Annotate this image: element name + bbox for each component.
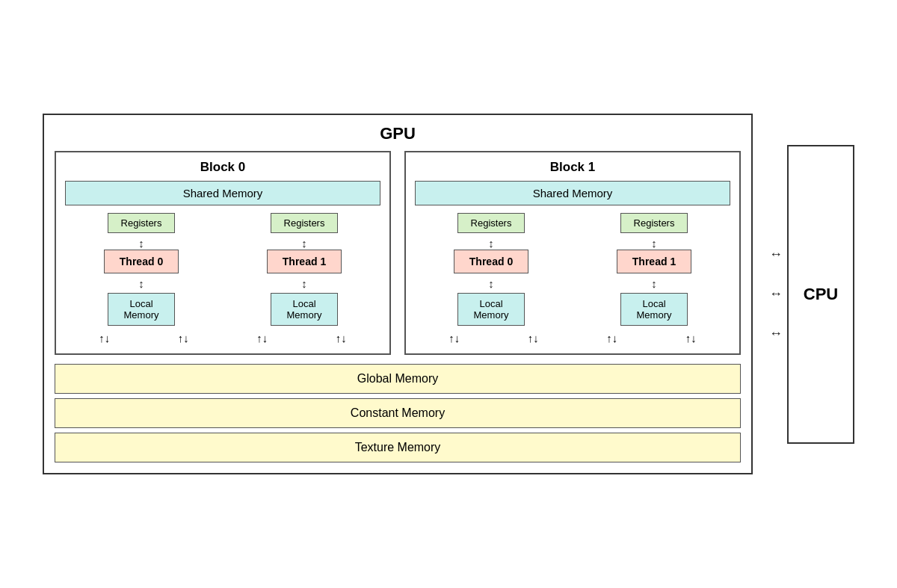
gpu-box: GPU Block 0 Shared Memory Registers ↕ Th… <box>43 114 753 474</box>
block-1-t1-reg-arrow: ↕ <box>651 236 657 250</box>
block-1-t0-registers: Registers <box>457 213 525 233</box>
block-1-threads-row: Registers ↕ Thread 0 ↕ LocalMemory Regis… <box>415 213 730 326</box>
global-mem-horiz-arrow: ↔ <box>769 247 783 262</box>
block-1-t0-local-memory: LocalMemory <box>457 293 525 326</box>
block-0-t1-registers: Registers <box>271 213 338 233</box>
block-0-t0-local-memory: LocalMemory <box>108 293 175 326</box>
block-1-down-arrows: ↑↓ ↑↓ ↑↓ ↑↓ <box>415 332 730 344</box>
block-1-t0-thread: Thread 0 <box>454 250 528 273</box>
block-1-t1-thread: Thread 1 <box>617 250 691 273</box>
block-1-t0-thread-arrow: ↕ <box>488 276 494 290</box>
constant-mem-horiz-arrow: ↔ <box>769 286 783 302</box>
block-1-thread-1-col: Registers ↕ Thread 1 ↕ LocalMemory <box>578 213 730 326</box>
gpu-label: GPU <box>55 124 741 143</box>
block-0-t0-thread: Thread 0 <box>104 250 179 273</box>
block-0-t0-down-arrow: ↑↓ <box>99 332 110 344</box>
block-0-t0-reg-arrow: ↕ <box>138 236 144 250</box>
blocks-row: Block 0 Shared Memory Registers ↕ Thread… <box>55 151 741 355</box>
cpu-arrow-constant: ↔ <box>769 286 783 302</box>
block-0-t1-reg-arrow: ↕ <box>301 236 307 250</box>
block-0-t0-down-arrow2: ↑↓ <box>178 332 189 344</box>
block-1-shared-memory: Shared Memory <box>415 181 730 205</box>
cpu-arrow-texture: ↔ <box>769 326 783 341</box>
block-0-t1-down-arrow: ↑↓ <box>256 332 268 344</box>
block-1-label: Block 1 <box>415 160 730 175</box>
global-memory: Global Memory <box>55 364 741 394</box>
block-0-t1-thread: Thread 1 <box>267 250 342 273</box>
bottom-mem-section: Global Memory Constant Memory Texture Me… <box>55 364 741 462</box>
block-1-thread-0-col: Registers ↕ Thread 0 ↕ LocalMemory <box>415 213 567 326</box>
block-1-t0-down-arrow: ↑↓ <box>449 332 460 344</box>
cpu-arrow-global: ↔ <box>769 247 783 262</box>
block-1-t1-thread-arrow: ↕ <box>651 276 657 290</box>
texture-memory: Texture Memory <box>55 433 741 462</box>
block-0-thread-0-col: Registers ↕ Thread 0 ↕ LocalMemory <box>65 213 218 326</box>
cpu-section: ↔ ↔ ↔ CPU <box>766 145 854 444</box>
block-1-t1-registers: Registers <box>620 213 688 233</box>
block-1-t1-local-memory: LocalMemory <box>620 293 688 326</box>
constant-memory: Constant Memory <box>55 398 741 428</box>
block-0-down-arrows: ↑↓ ↑↓ ↑↓ ↑↓ <box>65 332 380 344</box>
diagram-wrapper: GPU Block 0 Shared Memory Registers ↕ Th… <box>35 106 862 482</box>
block-1-t1-down-arrow: ↑↓ <box>606 332 617 344</box>
cpu-box: CPU <box>787 145 854 444</box>
block-0-thread-1-col: Registers ↕ Thread 1 ↕ LocalMemory <box>228 213 380 326</box>
texture-mem-horiz-arrow: ↔ <box>769 326 783 341</box>
block-0-t1-down-arrow2: ↑↓ <box>336 332 347 344</box>
block-0-shared-memory: Shared Memory <box>65 181 380 205</box>
block-1-t0-reg-arrow: ↕ <box>488 236 494 250</box>
block-0-box: Block 0 Shared Memory Registers ↕ Thread… <box>55 151 391 355</box>
block-1-t0-down-arrow2: ↑↓ <box>528 332 539 344</box>
block-0-t0-registers: Registers <box>108 213 175 233</box>
block-0-threads-row: Registers ↕ Thread 0 ↕ LocalMemory Regis… <box>65 213 380 326</box>
block-1-box: Block 1 Shared Memory Registers ↕ Thread… <box>404 151 741 355</box>
block-0-label: Block 0 <box>65 160 380 175</box>
cpu-label: CPU <box>804 285 838 304</box>
block-0-t0-thread-arrow: ↕ <box>138 276 144 290</box>
block-1-t1-down-arrow2: ↑↓ <box>685 332 697 344</box>
cpu-arrows: ↔ ↔ ↔ <box>769 235 783 354</box>
block-0-t1-thread-arrow: ↕ <box>301 276 307 290</box>
block-0-t1-local-memory: LocalMemory <box>271 293 338 326</box>
